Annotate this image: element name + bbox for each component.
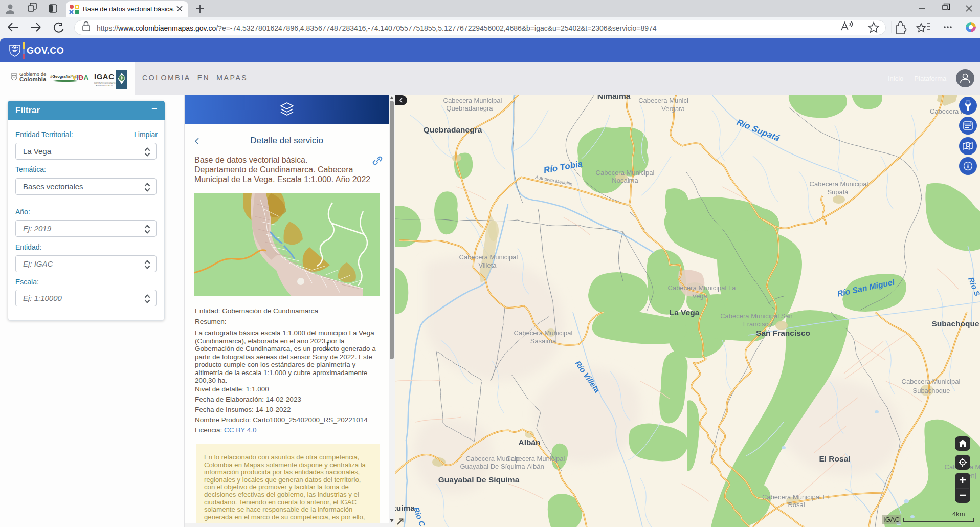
svg-text:AGUSTÍN CODAZZI: AGUSTÍN CODAZZI <box>96 85 113 87</box>
svg-text:INSTITUTO GEOGRÁFICO: INSTITUTO GEOGRÁFICO <box>94 82 117 84</box>
svg-text:VIDA: VIDA <box>72 74 89 81</box>
svg-text:Colombia: Colombia <box>19 76 47 82</box>
svg-text:IGAC: IGAC <box>94 72 115 81</box>
